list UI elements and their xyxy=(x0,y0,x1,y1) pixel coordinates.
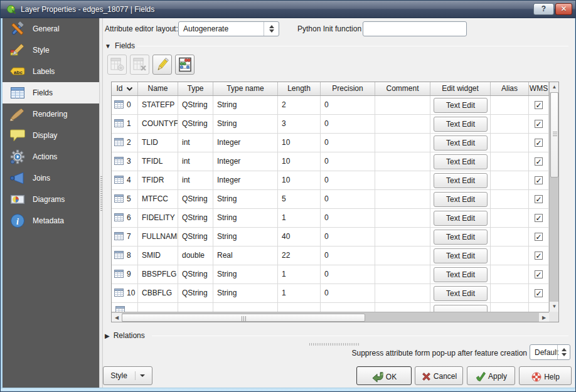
scroll-down-icon[interactable]: ▼ xyxy=(550,302,559,312)
row-id: 1 xyxy=(127,119,131,128)
cell-id[interactable]: 0 xyxy=(112,96,138,115)
vertical-scrollbar[interactable]: ▲ ▼ xyxy=(549,82,558,312)
wms-checkbox[interactable]: ✓ xyxy=(535,270,543,278)
edit-widget-button[interactable]: Text Edit xyxy=(434,98,488,113)
ok-button[interactable]: OK xyxy=(356,366,412,385)
attribute-editor-layout-combo[interactable]: Autogenerate xyxy=(178,21,279,36)
sidebar-item-actions[interactable]: Actions xyxy=(3,146,99,167)
cell-length: 3 xyxy=(278,115,321,134)
edit-widget-button[interactable]: Text Edit xyxy=(434,117,488,132)
cell-id[interactable]: 2 xyxy=(112,134,138,152)
scroll-up-icon[interactable]: ▲ xyxy=(550,82,559,92)
sidebar-item-labels[interactable]: abcLabels xyxy=(3,61,99,82)
cell-length: 10 xyxy=(278,171,321,190)
cell-id[interactable]: 5 xyxy=(112,190,138,209)
cell-id[interactable]: 1 xyxy=(112,115,138,134)
cell-precision: 0 xyxy=(321,284,375,303)
edit-widget-button[interactable]: Text Edit xyxy=(434,154,488,169)
cell-id[interactable]: 7 xyxy=(112,228,138,246)
sidebar-item-label: Diagrams xyxy=(33,195,65,204)
edit-widget-button[interactable] xyxy=(434,305,488,312)
cell-id[interactable]: 8 xyxy=(112,246,138,265)
row-table-icon xyxy=(114,119,127,128)
edit-widget-button[interactable]: Text Edit xyxy=(434,173,488,188)
titlebar[interactable]: Layer Properties - edges_18077 | Fields … xyxy=(1,1,576,18)
scroll-right-icon[interactable]: ▶ xyxy=(539,313,549,322)
cancel-button[interactable]: Cancel xyxy=(415,366,463,385)
sidebar-item-fields[interactable]: Fields xyxy=(3,82,99,103)
cell-id[interactable]: 6 xyxy=(112,209,138,228)
column-header-edit-widget[interactable]: Edit widget xyxy=(430,82,491,95)
sidebar-item-metadata[interactable]: iMetadata xyxy=(3,210,99,231)
column-header-id[interactable]: Id xyxy=(112,82,138,95)
cell-id[interactable]: 10 xyxy=(112,284,138,303)
sidebar-item-rendering[interactable]: Rendering xyxy=(3,103,99,125)
python-init-input[interactable] xyxy=(363,21,467,36)
cell-wms xyxy=(529,303,549,312)
wms-checkbox[interactable]: ✓ xyxy=(535,214,543,222)
fields-group-header[interactable]: ▼Fields xyxy=(105,41,135,50)
apply-button[interactable]: Apply xyxy=(467,366,515,385)
wms-checkbox[interactable]: ✓ xyxy=(535,120,543,128)
help-button[interactable]: Help xyxy=(519,366,572,385)
edit-widget-button[interactable]: Text Edit xyxy=(434,230,488,245)
column-header-wms[interactable]: WMS xyxy=(529,82,549,95)
wms-checkbox[interactable]: ✓ xyxy=(535,252,543,260)
edit-widget-button[interactable]: Text Edit xyxy=(434,286,488,301)
vertical-scrollbar-thumb[interactable] xyxy=(550,92,558,177)
sidebar-item-style[interactable]: Style xyxy=(3,40,99,61)
scroll-left-icon[interactable]: ◀ xyxy=(112,313,122,322)
column-header-comment[interactable]: Comment xyxy=(375,82,430,95)
sidebar-splitter-handle[interactable] xyxy=(99,18,103,388)
wms-checkbox[interactable]: ✓ xyxy=(535,139,543,147)
cell-alias xyxy=(491,190,529,209)
wms-checkbox[interactable]: ✓ xyxy=(535,101,543,109)
column-header-alias[interactable]: Alias xyxy=(491,82,529,95)
column-header-label: Id xyxy=(116,84,122,93)
sidebar-item-diagrams[interactable]: Diagrams xyxy=(3,189,99,210)
sidebar-item-joins[interactable]: Joins xyxy=(3,167,99,189)
edit-widget-button[interactable]: Text Edit xyxy=(434,211,488,226)
cell-alias xyxy=(491,303,529,312)
window-close-button[interactable]: ✕ xyxy=(555,3,572,15)
wms-checkbox[interactable]: ✓ xyxy=(535,176,543,184)
cell-name xyxy=(138,303,178,312)
suppress-popup-value: Default xyxy=(535,348,558,357)
edit-widget-button[interactable]: Text Edit xyxy=(434,135,488,151)
column-header-precision[interactable]: Precision xyxy=(321,82,375,95)
edit-widget-button[interactable]: Text Edit xyxy=(434,267,488,282)
wms-checkbox[interactable]: ✓ xyxy=(535,195,543,203)
cell-id xyxy=(112,303,138,312)
sidebar-item-label: Metadata xyxy=(33,216,64,225)
edit-widget-button[interactable]: Text Edit xyxy=(434,248,488,263)
horizontal-scrollbar-thumb[interactable] xyxy=(122,314,365,322)
toggle-editing-button[interactable] xyxy=(152,55,172,75)
edit-widget-button[interactable]: Text Edit xyxy=(434,192,488,207)
column-header-type-name[interactable]: Type name xyxy=(213,82,278,95)
column-header-length[interactable]: Length xyxy=(278,82,321,95)
relations-group-header[interactable]: ▶Relations xyxy=(105,331,145,340)
suppress-popup-combo[interactable]: Default xyxy=(530,344,570,360)
cell-wms: ✓ xyxy=(529,265,549,284)
cell-type_name: String xyxy=(213,209,278,228)
wms-checkbox[interactable]: ✓ xyxy=(535,289,543,297)
dropdown-arrow-icon xyxy=(140,374,145,377)
cell-type_name: Integer xyxy=(213,134,278,152)
wms-checkbox[interactable]: ✓ xyxy=(535,157,543,166)
style-menu-button[interactable]: Style xyxy=(103,366,152,385)
cell-type_name: String xyxy=(213,96,278,115)
column-header-name[interactable]: Name xyxy=(138,82,178,95)
cell-edit_widget: Text Edit xyxy=(430,284,491,303)
cell-id[interactable]: 9 xyxy=(112,265,138,284)
cell-id[interactable]: 4 xyxy=(112,171,138,190)
cell-id[interactable]: 3 xyxy=(112,152,138,171)
cell-edit_widget: Text Edit xyxy=(430,209,491,228)
field-calculator-button[interactable] xyxy=(175,55,195,75)
column-header-type[interactable]: Type xyxy=(178,82,213,95)
horizontal-splitter-handle[interactable] xyxy=(309,343,360,346)
sidebar-item-general[interactable]: General xyxy=(3,18,99,40)
sidebar-item-display[interactable]: Display xyxy=(3,125,99,146)
wms-checkbox[interactable]: ✓ xyxy=(535,233,543,241)
window-help-button[interactable]: ? xyxy=(533,3,554,15)
horizontal-scrollbar[interactable]: ◀ ▶ xyxy=(112,312,549,322)
